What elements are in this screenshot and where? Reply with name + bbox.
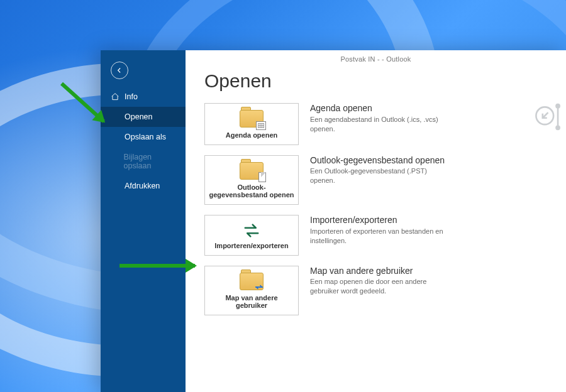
option-text: Agenda openen Een agendabestand in Outlo…: [310, 103, 448, 133]
option-text: Map van andere gebruiker Een map openen …: [310, 266, 448, 296]
card-label: Outlook-gegevensbestand openen: [209, 183, 294, 199]
sidebar-item-label: Info: [125, 92, 138, 101]
card-label: Agenda openen: [226, 131, 278, 139]
backstage-sidebar: Info Openen Opslaan als Bijlagen opslaan: [101, 50, 186, 392]
card-map-andere-gebruiker[interactable]: Map van andere gebruiker: [204, 266, 299, 315]
sidebar-item-label: Opslaan als: [125, 133, 166, 141]
import-export-icon: [241, 222, 262, 242]
option-description: Importeren of exporteren van bestanden e…: [310, 227, 448, 246]
option-description: Een Outlook-gegevensbestand (.PST) opene…: [310, 166, 448, 185]
page-title: Openen: [204, 70, 547, 92]
sidebar-item-label: Openen: [125, 112, 152, 121]
sidebar-item-bijlagen-opslaan: Bijlagen opslaan: [101, 147, 186, 176]
card-label: Map van andere gebruiker: [209, 294, 294, 310]
option-description: Een map openen die door een andere gebru…: [310, 277, 448, 296]
folder-doc-icon: [240, 162, 264, 180]
option-agenda-openen: Agenda openen Agenda openen Een agendabe…: [204, 103, 547, 145]
option-title: Outlook-gegevensbestand openen: [310, 155, 448, 166]
sidebar-item-label: Afdrukken: [125, 182, 160, 190]
backstage-main: Postvak IN - - Outlook Openen Agenda ope…: [186, 50, 566, 392]
card-agenda-openen[interactable]: Agenda openen: [204, 103, 299, 145]
card-gegevensbestand-openen[interactable]: Outlook-gegevensbestand openen: [204, 155, 299, 205]
option-text: Importeren/exporteren Importeren of expo…: [310, 215, 448, 245]
desktop-wallpaper: Info Openen Opslaan als Bijlagen opslaan: [0, 0, 566, 392]
back-button[interactable]: [101, 50, 186, 83]
card-label: Importeren/exporteren: [214, 242, 288, 250]
option-importeren-exporteren: Importeren/exporteren Importeren/exporte…: [204, 215, 547, 256]
back-arrow-icon: [111, 62, 128, 79]
option-text: Outlook-gegevensbestand openen Een Outlo…: [310, 155, 448, 185]
content-area: Openen Agenda openen Agenda openen Een a…: [186, 50, 566, 332]
sidebar-list: Info Openen Opslaan als Bijlagen opslaan: [101, 87, 186, 196]
card-importeren-exporteren[interactable]: Importeren/exporteren: [204, 215, 299, 256]
window-title: Postvak IN - - Outlook: [186, 55, 566, 63]
home-icon: [111, 92, 119, 101]
watermark-icon: [530, 101, 562, 133]
option-title: Importeren/exporteren: [310, 215, 448, 226]
folder-calendar-icon: [240, 110, 264, 128]
option-title: Map van andere gebruiker: [310, 266, 448, 276]
sidebar-item-openen[interactable]: Openen: [101, 107, 186, 127]
sidebar-item-label: Bijlagen opslaan: [124, 153, 175, 170]
sidebar-item-opslaan-als[interactable]: Opslaan als: [101, 127, 186, 147]
folder-share-icon: [240, 273, 264, 290]
sidebar-item-afdrukken[interactable]: Afdrukken: [101, 176, 186, 196]
option-map-andere-gebruiker: Map van andere gebruiker Map van andere …: [204, 266, 547, 315]
option-title: Agenda openen: [310, 103, 448, 114]
option-description: Een agendabestand in Outlook (.ics, .vcs…: [310, 115, 448, 134]
option-gegevensbestand-openen: Outlook-gegevensbestand openen Outlook-g…: [204, 155, 547, 205]
sidebar-item-info[interactable]: Info: [101, 87, 186, 107]
outlook-backstage-window: Info Openen Opslaan als Bijlagen opslaan: [101, 50, 566, 392]
